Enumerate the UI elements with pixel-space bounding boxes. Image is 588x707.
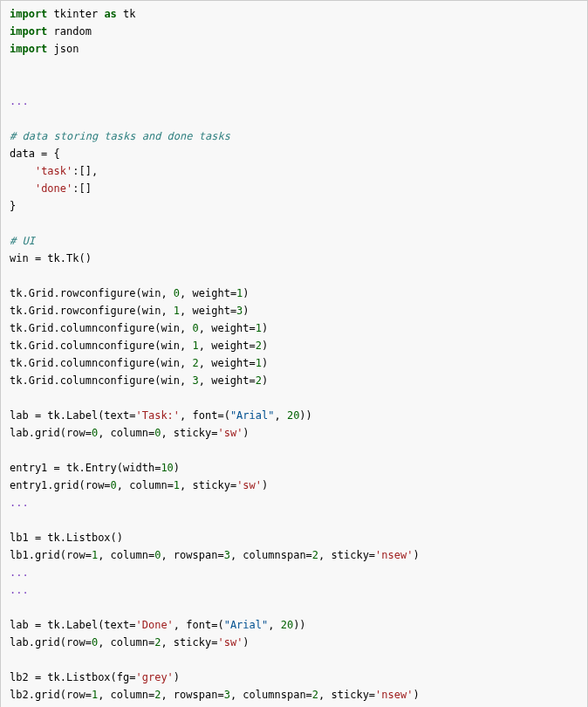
code-content: import tkinter as tk import random impor… xyxy=(10,8,420,707)
code-block: import tkinter as tk import random impor… xyxy=(0,0,588,707)
